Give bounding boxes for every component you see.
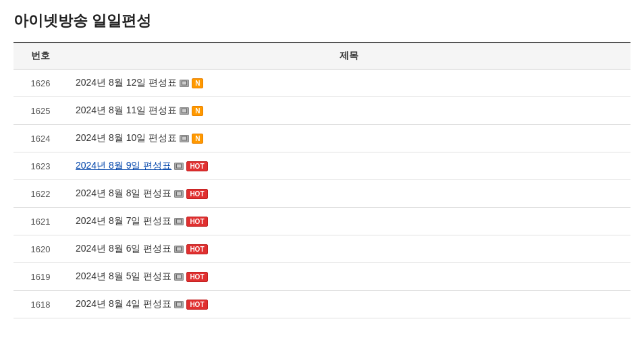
row-title-cell: 2024년 8월 6일 편성표HOT (68, 235, 630, 263)
table-row: 16192024년 8월 5일 편성표HOT (14, 263, 630, 291)
table-row: 16202024년 8월 6일 편성표HOT (14, 235, 630, 263)
row-num: 1625 (14, 97, 68, 125)
image-icon (180, 107, 189, 115)
row-title-text: 2024년 8월 5일 편성표 (76, 271, 171, 281)
badge-hot: HOT (186, 217, 207, 227)
table-row: 16232024년 8월 9일 편성표HOT (14, 152, 630, 180)
content-table: 번호 제목 16262024년 8월 12일 편성표N16252024년 8월 … (14, 42, 630, 318)
row-title-text: 2024년 8월 6일 편성표 (76, 243, 171, 254)
row-title-text: 2024년 8월 8일 편성표 (76, 188, 171, 198)
row-num: 1619 (14, 263, 68, 291)
row-title-text: 2024년 8월 11일 편성표 (76, 105, 177, 115)
row-num: 1624 (14, 125, 68, 152)
table-row: 16252024년 8월 11일 편성표N (14, 97, 630, 125)
badge-hot: HOT (186, 300, 207, 310)
row-num: 1620 (14, 235, 68, 263)
row-title-text: 2024년 8월 4일 편성표 (76, 298, 171, 309)
row-title-cell: 2024년 8월 10일 편성표N (68, 125, 630, 152)
row-title-cell: 2024년 8월 4일 편성표HOT (68, 291, 630, 318)
row-title-cell: 2024년 8월 12일 편성표N (68, 69, 630, 97)
row-title-cell: 2024년 8월 11일 편성표N (68, 97, 630, 125)
table-row: 16242024년 8월 10일 편성표N (14, 125, 630, 152)
image-icon (180, 135, 189, 142)
table-row: 16222024년 8월 8일 편성표HOT (14, 180, 630, 208)
badge-hot: HOT (186, 161, 207, 171)
row-title-text: 2024년 8월 7일 편성표 (76, 215, 171, 226)
badge-hot: HOT (186, 244, 207, 254)
table-row: 16262024년 8월 12일 편성표N (14, 69, 630, 97)
row-title-text: 2024년 8월 12일 편성표 (76, 77, 177, 88)
row-num: 1622 (14, 180, 68, 208)
row-title-cell: 2024년 8월 9일 편성표HOT (68, 152, 630, 180)
page-title: 아이넷방송 일일편성 (14, 11, 630, 31)
row-num: 1626 (14, 69, 68, 97)
row-title-cell: 2024년 8월 8일 편성표HOT (68, 180, 630, 208)
col-header-num: 번호 (14, 43, 68, 69)
row-num: 1621 (14, 208, 68, 235)
row-title-text: 2024년 8월 10일 편성표 (76, 132, 177, 143)
row-title-cell: 2024년 8월 7일 편성표HOT (68, 208, 630, 235)
row-title-cell: 2024년 8월 5일 편성표HOT (68, 263, 630, 291)
badge-n: N (192, 106, 203, 116)
badge-n: N (192, 78, 203, 88)
row-title-link[interactable]: 2024년 8월 9일 편성표 (76, 160, 171, 171)
image-icon (174, 190, 184, 198)
image-icon (174, 218, 184, 225)
badge-hot: HOT (186, 189, 207, 199)
image-icon (174, 163, 184, 170)
row-num: 1618 (14, 291, 68, 318)
table-header-row: 번호 제목 (14, 43, 630, 69)
row-num: 1623 (14, 152, 68, 180)
page-wrapper: 아이넷방송 일일편성 번호 제목 16262024년 8월 12일 편성표N16… (0, 0, 644, 329)
image-icon (180, 80, 189, 87)
image-icon (174, 273, 184, 281)
badge-hot: HOT (186, 272, 207, 282)
col-header-title: 제목 (68, 43, 630, 69)
table-row: 16212024년 8월 7일 편성표HOT (14, 208, 630, 235)
image-icon (174, 301, 184, 308)
badge-n: N (192, 134, 203, 144)
table-row: 16182024년 8월 4일 편성표HOT (14, 291, 630, 318)
image-icon (174, 246, 184, 253)
